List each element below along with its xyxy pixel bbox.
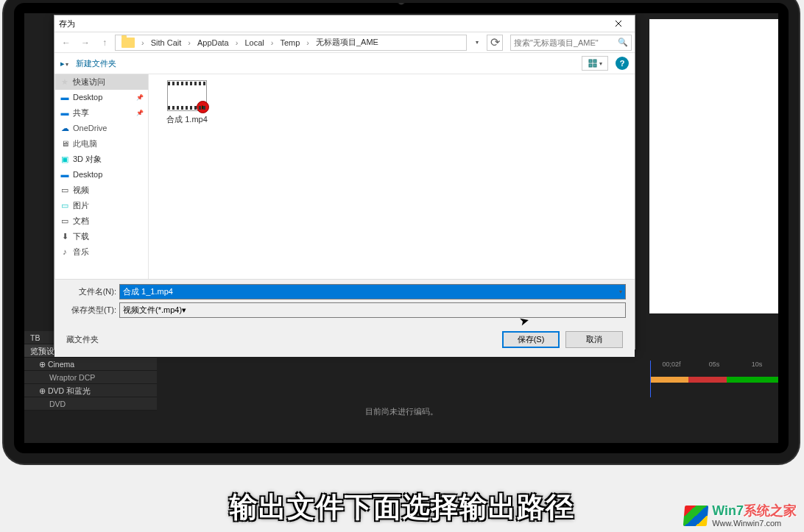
- watermark-url: Www.Winwin7.com: [712, 519, 797, 528]
- documents-icon: ▭: [60, 217, 70, 226]
- breadcrumb-segment[interactable]: AppData: [194, 37, 232, 49]
- breadcrumb-segment[interactable]: 无标题项目_AME: [313, 35, 381, 49]
- music-icon: ♪: [60, 248, 70, 257]
- nav-up-button[interactable]: ↑: [96, 34, 113, 52]
- folder-icon: [121, 38, 135, 48]
- sidebar-this-pc[interactable]: 🖥此电脑: [55, 136, 148, 152]
- chevron-right-icon: ›: [138, 37, 147, 49]
- sidebar-documents[interactable]: ▭文档: [55, 213, 148, 229]
- dialog-title: 存为: [56, 18, 604, 29]
- dialog-toolbar: ▸▾ 新建文件夹 ▾ ?: [54, 52, 635, 74]
- filename-label: 文件名(N):: [63, 286, 116, 297]
- nav-forward-button: →: [77, 34, 94, 52]
- sidebar-music[interactable]: ♪音乐: [55, 244, 148, 260]
- chevron-right-icon: ›: [233, 37, 241, 49]
- chevron-right-icon: ›: [185, 37, 194, 49]
- timeline-tick: 10s: [736, 361, 778, 375]
- sidebar-videos[interactable]: ▭视频: [55, 182, 148, 198]
- svg-rect-3: [593, 64, 596, 67]
- watermark-logo-icon: [683, 506, 708, 526]
- watermark-title: Win7系统之家: [712, 504, 797, 519]
- new-folder-button[interactable]: 新建文件夹: [76, 58, 116, 69]
- help-button[interactable]: ?: [616, 57, 629, 70]
- preset-item[interactable]: Wraptor DCP: [24, 371, 157, 384]
- timeline: 00;02f 05s 10s: [650, 361, 778, 419]
- dialog-titlebar[interactable]: 存为: [54, 15, 635, 32]
- dialog-body: ★快速访问 ▬Desktop📌 ▬共享📌 ☁OneDrive 🖥此电脑 ▣3D …: [54, 74, 635, 279]
- sidebar-desktop[interactable]: ▬Desktop📌: [55, 90, 148, 105]
- address-bar: ← → ↑ › Sith Cait › AppData › Local › Te…: [54, 32, 635, 52]
- breadcrumb-segment[interactable]: Temp: [277, 37, 303, 49]
- pictures-icon: ▭: [60, 202, 70, 210]
- share-icon: ▬: [60, 109, 70, 118]
- sidebar-3d-objects[interactable]: ▣3D 对象: [55, 152, 148, 167]
- chevron-right-icon: ›: [268, 37, 277, 49]
- timeline-tick: 05s: [693, 361, 736, 375]
- save-as-dialog: 存为 ← → ↑ › Sith Cait › AppData › Local ›: [54, 15, 635, 350]
- video-icon: ▭: [60, 186, 70, 195]
- screen: 00;02f 05s 10s TB 览预设 ⊕ Cinema Wraptor D…: [24, 13, 778, 443]
- chevron-down-icon: ▾: [182, 305, 186, 315]
- sidebar-downloads[interactable]: ⬇下载: [55, 229, 148, 244]
- button-area: 藏文件夹 保存(S) 取消: [54, 324, 635, 357]
- svg-rect-1: [593, 60, 596, 63]
- sidebar-desktop2[interactable]: ▬Desktop: [55, 167, 148, 182]
- search-box[interactable]: 🔍: [510, 35, 632, 51]
- breadcrumb-segment[interactable]: Local: [241, 37, 267, 49]
- breadcrumb-dropdown[interactable]: ▾: [468, 34, 486, 52]
- filetype-select[interactable]: 视频文件(*.mp4) ▾: [119, 302, 626, 318]
- view-options-button[interactable]: ▾: [582, 56, 608, 71]
- search-input[interactable]: [514, 38, 618, 47]
- nav-back-button[interactable]: ←: [57, 34, 75, 52]
- timeline-track[interactable]: [650, 377, 778, 383]
- save-button[interactable]: 保存(S): [502, 331, 560, 348]
- encoding-status-message: 目前尚未进行编码。: [365, 406, 438, 417]
- star-icon: ★: [60, 78, 70, 87]
- breadcrumb-path[interactable]: › Sith Cait › AppData › Local › Temp › 无…: [115, 35, 467, 51]
- chevron-down-icon: ▾: [599, 60, 602, 67]
- sidebar-quick-access[interactable]: ★快速访问: [55, 74, 148, 90]
- filename-input[interactable]: ▾: [119, 284, 626, 299]
- downloads-icon: ⬇: [60, 233, 70, 241]
- onedrive-icon: ☁: [60, 124, 70, 133]
- organize-menu[interactable]: ▸▾: [60, 59, 68, 68]
- filename-field[interactable]: [123, 288, 622, 297]
- navigation-sidebar: ★快速访问 ▬Desktop📌 ▬共享📌 ☁OneDrive 🖥此电脑 ▣3D …: [54, 74, 149, 279]
- laptop-bezel: 00;02f 05s 10s TB 览预设 ⊕ Cinema Wraptor D…: [4, 0, 799, 464]
- close-button[interactable]: [604, 15, 633, 32]
- 3d-icon: ▣: [60, 155, 70, 164]
- svg-rect-0: [589, 60, 592, 63]
- sidebar-onedrive[interactable]: ☁OneDrive: [55, 121, 148, 136]
- view-icon: [588, 59, 597, 68]
- refresh-button[interactable]: ⟳: [487, 35, 503, 51]
- chevron-down-icon[interactable]: ▾: [619, 288, 622, 295]
- play-badge-icon: [197, 101, 209, 113]
- form-area: 文件名(N): ▾ 保存类型(T): 视频文件(*.mp4) ▾: [54, 279, 635, 324]
- timeline-tick: 00;02f: [650, 361, 693, 375]
- watermark: Win7系统之家 Www.Winwin7.com: [684, 504, 797, 528]
- preset-category[interactable]: ⊕ Cinema: [24, 358, 157, 371]
- cancel-button[interactable]: 取消: [565, 331, 623, 348]
- hide-folders-toggle[interactable]: 藏文件夹: [66, 334, 99, 345]
- preset-item[interactable]: DVD: [24, 397, 157, 411]
- timeline-playhead[interactable]: [650, 361, 651, 397]
- file-name-label: 合成 1.mp4: [166, 114, 208, 125]
- search-icon: 🔍: [618, 38, 628, 47]
- pin-icon: 📌: [136, 90, 144, 105]
- pin-icon: 📌: [136, 105, 144, 121]
- pc-icon: 🖥: [60, 140, 70, 149]
- file-item[interactable]: 合成 1.mp4: [158, 80, 216, 125]
- sidebar-pictures[interactable]: ▭图片: [55, 198, 148, 213]
- preview-pane: [649, 19, 778, 313]
- filetype-label: 保存类型(T):: [63, 305, 116, 316]
- preset-category[interactable]: ⊕ DVD 和蓝光: [24, 384, 157, 397]
- video-thumbnail-icon: [167, 80, 207, 111]
- svg-rect-2: [589, 64, 592, 67]
- desktop-icon: ▬: [60, 171, 70, 180]
- chevron-right-icon: ›: [303, 37, 312, 49]
- sidebar-share[interactable]: ▬共享📌: [55, 105, 148, 121]
- breadcrumb-segment[interactable]: Sith Cait: [148, 37, 185, 49]
- desktop-icon: ▬: [60, 93, 70, 102]
- close-icon: [615, 20, 622, 27]
- file-list-area[interactable]: 合成 1.mp4: [149, 74, 635, 279]
